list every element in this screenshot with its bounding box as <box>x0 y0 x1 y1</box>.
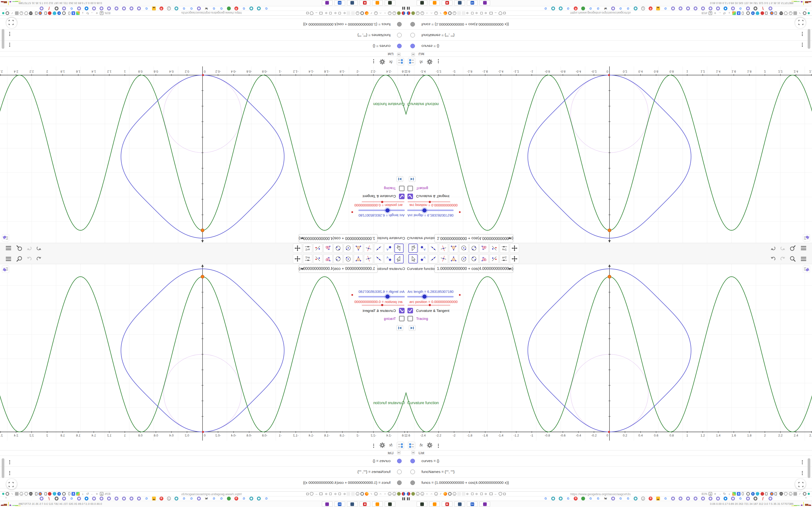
visibility-toggle-funcs[interactable] <box>397 481 402 485</box>
tab-favicon-g[interactable]: G <box>589 6 593 10</box>
tab-favicon-flower[interactable] <box>611 6 615 10</box>
tab-scroll-caret-icon[interactable]: ^ <box>805 496 807 500</box>
fx-style-button[interactable]: fx <box>418 58 425 65</box>
algebra-row-curves[interactable]: curves = {} <box>0 456 406 467</box>
star-icon[interactable]: ★ <box>713 11 717 15</box>
globe-icon[interactable]: + <box>20 11 23 15</box>
dot-icon[interactable] <box>475 493 477 495</box>
dropdown-caret-icon[interactable] <box>508 237 511 239</box>
sq-icon[interactable] <box>471 12 474 14</box>
dot-icon[interactable] <box>466 493 468 495</box>
arc-position-slider[interactable] <box>362 305 404 305</box>
terminal-app-taskbar-button[interactable] <box>385 0 395 6</box>
tab-favicon-f[interactable]: f <box>47 497 51 501</box>
function-input-value[interactable]: 1.000000000000 + cos(4.000000000000 x) <box>299 236 375 241</box>
ghost-icon[interactable] <box>347 492 350 496</box>
mouse-icon[interactable] <box>68 492 70 495</box>
tab-favicon-flower[interactable] <box>100 497 103 501</box>
globe-icon[interactable]: + <box>393 11 396 15</box>
graphics-view[interactable]: -2.6-2.4-2.2-2-1.8-1.6-1.4-1.2-1-0.8-0.6… <box>406 264 812 441</box>
tab-favicon-g[interactable]: G <box>544 6 548 10</box>
globe-icon[interactable]: + <box>416 492 419 496</box>
arc-position-slider-knob[interactable] <box>381 201 383 203</box>
algebra-row-funcs[interactable]: funcs = {1.000000000000 + cos(4.00000000… <box>406 18 812 30</box>
reflect-tool-button[interactable] <box>313 243 322 253</box>
wrench-icon[interactable]: ✓ <box>10 492 14 496</box>
tab-favicon-oct[interactable] <box>581 6 585 10</box>
globe-icon[interactable]: + <box>420 11 424 15</box>
arc-position-slider[interactable] <box>362 202 404 202</box>
tab-favicon-g[interactable]: G <box>242 6 246 10</box>
firefox-icon[interactable] <box>365 492 368 496</box>
arc-position-point[interactable] <box>608 431 610 433</box>
gear-icon[interactable] <box>448 11 452 15</box>
line-tool-button[interactable] <box>374 243 383 253</box>
puzzle-icon[interactable] <box>15 492 18 496</box>
fullscreen-button[interactable] <box>795 479 806 489</box>
tab-favicon-gear[interactable] <box>55 497 58 501</box>
function-input[interactable]: 1.000000000000 + cos(4.000000000000 x) <box>299 234 377 242</box>
dot-icon[interactable] <box>475 12 477 14</box>
tab-favicon-gear[interactable] <box>55 6 58 10</box>
plus-icon[interactable]: + <box>751 492 755 496</box>
globe-color-icon[interactable] <box>770 11 773 15</box>
shield-icon[interactable] <box>784 492 788 496</box>
balloon-icon[interactable] <box>407 11 410 15</box>
tab-favicon-f[interactable]: f <box>47 6 51 10</box>
wave-icon[interactable]: ∩ <box>425 11 429 15</box>
circle-center-point-tool-button[interactable] <box>459 243 468 253</box>
tab-favicon-knot[interactable] <box>551 6 555 10</box>
lock-icon[interactable] <box>503 12 506 14</box>
visibility-toggle-funcnames[interactable] <box>397 469 402 474</box>
graphics-stylebar-button[interactable] <box>803 266 810 273</box>
slider-tool-button[interactable]: a=2 <box>303 254 312 264</box>
arrow-left-icon[interactable]: ← <box>494 11 498 15</box>
tab-favicon-flower[interactable] <box>701 6 705 10</box>
zoom-search-button[interactable] <box>789 245 796 251</box>
arc-position-point[interactable] <box>202 74 204 76</box>
skip-to-start-button[interactable] <box>397 176 403 182</box>
shield-ud-icon[interactable]: UD <box>779 11 783 15</box>
visibility-toggle-curves[interactable] <box>397 44 402 48</box>
shield-icon[interactable] <box>24 11 28 15</box>
globe-icon[interactable]: + <box>393 492 396 496</box>
tab-favicon-flower[interactable] <box>77 497 81 501</box>
tab-favicon-info[interactable]: i <box>167 6 171 10</box>
mask-app-taskbar-button[interactable] <box>479 0 490 6</box>
translate-icon[interactable]: A <box>100 11 103 15</box>
globe-icon[interactable]: + <box>356 492 359 496</box>
arc-length-slider-knob[interactable] <box>386 294 390 299</box>
wrench-icon[interactable]: ✓ <box>369 492 373 496</box>
tab-favicon-flower[interactable] <box>716 497 720 501</box>
undo-button[interactable] <box>770 256 777 262</box>
algebra-row-funcs[interactable]: funcs = {1.000000000000 + cos(4.00000000… <box>0 18 406 30</box>
function-input-value[interactable]: 1.000000000000 + cos(4.000000000000 x) <box>437 266 513 271</box>
ghost-icon[interactable] <box>351 492 355 496</box>
url-text[interactable]: https://www.geogebra.org/classic/aagcxh3… <box>564 492 637 496</box>
tab-favicon-flower[interactable] <box>686 6 690 10</box>
tab-favicon-flower[interactable] <box>746 497 750 501</box>
algebra-row-curves[interactable]: curves = {} <box>406 40 812 51</box>
curvature-value-point[interactable] <box>608 229 611 232</box>
move-graphics-view-tool-button[interactable] <box>510 254 519 264</box>
mouse-icon[interactable] <box>742 12 744 15</box>
tab-favicon-ya[interactable]: Я <box>235 497 238 501</box>
undo-button[interactable] <box>35 245 42 251</box>
tab-favicon-g[interactable]: G <box>190 6 193 10</box>
visibility-toggle-funcnames[interactable] <box>410 33 415 38</box>
tab-favicon-flower[interactable] <box>100 6 103 10</box>
algebra-row-funcnames[interactable]: funcNames = {"", ""} <box>0 467 406 477</box>
tab-favicon-g[interactable]: G <box>544 497 548 501</box>
algebra-sort-button[interactable] <box>408 58 415 65</box>
ghost-icon[interactable] <box>347 11 350 15</box>
function-input[interactable]: 1.000000000000 + cos(4.000000000000 x) <box>435 234 513 242</box>
tab-favicon-flower[interactable] <box>114 6 118 10</box>
tab-favicon-knot[interactable] <box>174 6 179 10</box>
wrench-icon[interactable]: ✓ <box>798 11 802 15</box>
tab-favicon-flower[interactable] <box>678 497 682 501</box>
tab-favicon-flower[interactable] <box>40 497 44 501</box>
curvature-function-dropdown[interactable]: Curvature function <box>407 267 437 271</box>
polygon-tool-button[interactable] <box>354 254 363 264</box>
tab-favicon-flower[interactable] <box>694 497 698 501</box>
curvature-value-point[interactable] <box>608 275 611 278</box>
